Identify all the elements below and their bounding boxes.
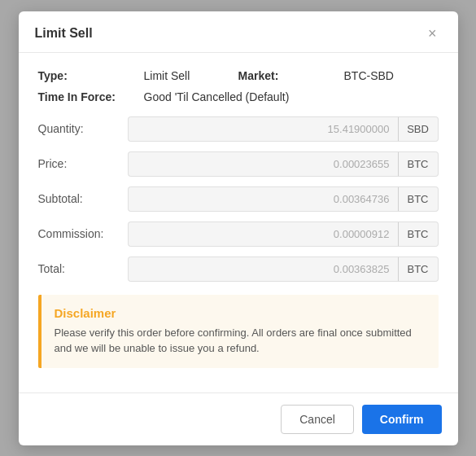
- modal-title: Limit Sell: [35, 26, 93, 41]
- modal-overlay: Limit Sell × Type: Limit Sell Market: BT…: [0, 0, 476, 456]
- field-label: Total:: [38, 262, 128, 275]
- time-in-force-row: Time In Force: Good 'Til Cancelled (Defa…: [38, 90, 439, 103]
- type-section: Type: Limit Sell: [38, 69, 238, 82]
- field-row: Quantity:15.41900000SBD: [38, 116, 439, 142]
- market-label: Market:: [238, 69, 344, 82]
- field-unit: BTC: [398, 186, 439, 212]
- field-row: Total:0.00363825BTC: [38, 256, 439, 282]
- disclaimer-title: Disclaimer: [55, 306, 426, 320]
- field-input: 0.00023655: [128, 151, 398, 177]
- field-label: Price:: [38, 157, 128, 170]
- field-unit: BTC: [398, 151, 439, 177]
- cancel-button[interactable]: Cancel: [281, 405, 354, 434]
- field-row: Subtotal:0.00364736BTC: [38, 186, 439, 212]
- modal-footer: Cancel Confirm: [19, 392, 458, 445]
- time-in-force-value: Good 'Til Cancelled (Default): [144, 90, 290, 103]
- modal-header: Limit Sell ×: [19, 11, 458, 53]
- limit-sell-modal: Limit Sell × Type: Limit Sell Market: BT…: [19, 11, 458, 445]
- field-label: Quantity:: [38, 122, 128, 135]
- field-input: 15.41900000: [128, 116, 398, 142]
- field-row: Price:0.00023655BTC: [38, 151, 439, 177]
- field-input-wrap: 0.00023655BTC: [128, 151, 439, 177]
- fields-container: Quantity:15.41900000SBDPrice:0.00023655B…: [38, 116, 439, 282]
- field-row: Commission:0.00000912BTC: [38, 221, 439, 247]
- disclaimer-box: Disclaimer Please verify this order befo…: [38, 295, 439, 368]
- type-label: Type:: [38, 69, 144, 82]
- field-input: 0.00364736: [128, 186, 398, 212]
- field-input-wrap: 0.00364736BTC: [128, 186, 439, 212]
- modal-body: Type: Limit Sell Market: BTC-SBD Time In…: [19, 53, 458, 392]
- field-label: Commission:: [38, 227, 128, 240]
- confirm-button[interactable]: Confirm: [362, 405, 442, 434]
- market-section: Market: BTC-SBD: [238, 69, 439, 82]
- field-input: 0.00000912: [128, 221, 398, 247]
- disclaimer-text: Please verify this order before confirmi…: [55, 325, 426, 357]
- field-input-wrap: 15.41900000SBD: [128, 116, 439, 142]
- market-value: BTC-SBD: [344, 69, 394, 82]
- field-unit: BTC: [398, 256, 439, 282]
- field-unit: BTC: [398, 221, 439, 247]
- type-market-row: Type: Limit Sell Market: BTC-SBD: [38, 69, 439, 82]
- field-input-wrap: 0.00000912BTC: [128, 221, 439, 247]
- close-button[interactable]: ×: [423, 24, 442, 42]
- time-in-force-label: Time In Force:: [38, 90, 144, 103]
- field-unit: SBD: [398, 116, 439, 142]
- type-value: Limit Sell: [144, 69, 190, 82]
- field-input-wrap: 0.00363825BTC: [128, 256, 439, 282]
- field-input: 0.00363825: [128, 256, 398, 282]
- field-label: Subtotal:: [38, 192, 128, 205]
